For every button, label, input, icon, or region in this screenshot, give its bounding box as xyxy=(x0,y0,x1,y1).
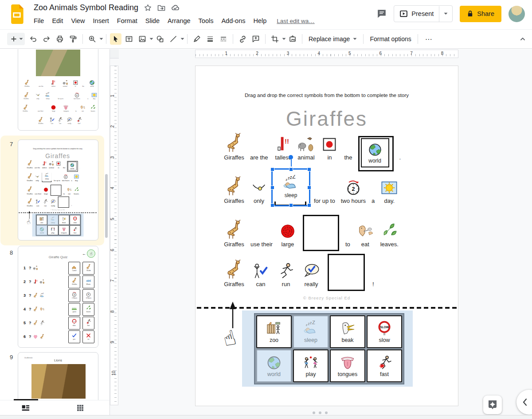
story-word-arethe[interactable]: are the xyxy=(35,166,40,168)
story-word-giraffes[interactable]: Giraffes xyxy=(27,174,33,182)
bank-card-play[interactable]: play xyxy=(293,349,329,382)
story-word-giraffes[interactable]: Giraffes xyxy=(27,198,33,206)
quiz-answer-no[interactable]: no xyxy=(82,330,94,343)
menu-addons[interactable]: Add-ons xyxy=(217,16,249,26)
last-edit-link[interactable]: Last edit wa… xyxy=(277,18,315,24)
story-word-[interactable]: . xyxy=(399,153,401,161)
slide-title-text[interactable]: Giraffes xyxy=(196,107,458,131)
drop-target-box[interactable] xyxy=(51,185,62,196)
menu-file[interactable]: File xyxy=(30,16,48,26)
rotation-handle[interactable] xyxy=(289,155,293,159)
current-slide[interactable]: Drag and drop the correct symbols from t… xyxy=(195,66,458,406)
menu-format[interactable]: Format xyxy=(113,16,141,26)
story-word-in[interactable]: in xyxy=(321,134,338,161)
symbol-card-world[interactable]: world xyxy=(361,138,389,167)
menu-slide[interactable]: Slide xyxy=(141,16,164,26)
bank-card-fast[interactable]: fast xyxy=(367,349,402,382)
story-word-in[interactable]: in xyxy=(56,160,61,168)
menu-view[interactable]: View xyxy=(67,16,89,26)
answer-box-empty[interactable] xyxy=(58,196,69,208)
symbol-card-world[interactable]: world xyxy=(68,162,76,171)
insert-image-icon[interactable] xyxy=(137,33,148,45)
horizontal-scroll-dots[interactable] xyxy=(313,411,328,414)
bank-card-tongues[interactable]: tongues xyxy=(330,349,365,382)
bank-card-slow[interactable]: SLOWslow xyxy=(367,315,402,348)
menu-insert[interactable]: Insert xyxy=(89,16,113,26)
story-word-usetheir[interactable]: use their xyxy=(35,192,41,194)
answer-box-filled-world[interactable]: world xyxy=(358,135,394,172)
symbol-card-sleep[interactable]: zzzZsleep xyxy=(42,172,52,181)
quiz-answer-whale[interactable]: Whale xyxy=(82,275,94,288)
more-tools-button[interactable]: ⋯ xyxy=(421,35,438,43)
bank-card-fast[interactable]: fast xyxy=(70,225,80,235)
quiz-answer-giraffe[interactable]: Giraffe xyxy=(82,262,94,275)
story-word-forupto[interactable]: for up to xyxy=(314,197,335,204)
image-caret-icon[interactable] xyxy=(149,38,153,40)
zoom-caret-icon[interactable] xyxy=(99,38,103,40)
text-box-icon[interactable] xyxy=(123,33,135,45)
resize-handle[interactable] xyxy=(270,186,274,190)
bank-card-zoo[interactable]: zoo xyxy=(36,215,47,225)
filmstrip-view-icon[interactable] xyxy=(21,404,30,412)
story-word-usetheir[interactable]: use their xyxy=(250,240,273,248)
story-word-run[interactable]: run xyxy=(43,198,48,206)
story-word-giraffes[interactable]: Giraffes xyxy=(224,177,244,204)
quiz-answer-leaves[interactable]: leaves xyxy=(82,303,94,316)
menu-arrange[interactable]: Arrange xyxy=(164,16,195,26)
grid-view-icon[interactable] xyxy=(76,404,84,412)
previous-slide-button[interactable] xyxy=(516,390,532,415)
collapse-toolbar-icon[interactable] xyxy=(520,36,526,42)
bank-card-beak[interactable]: beak xyxy=(330,315,365,348)
story-word-[interactable]: ! xyxy=(71,204,72,206)
resize-handle[interactable] xyxy=(289,167,293,171)
slide-instruction-text[interactable]: Drag and drop the correct symbols from t… xyxy=(196,93,458,98)
line-caret-icon[interactable] xyxy=(180,38,184,40)
select-cursor-icon[interactable] xyxy=(110,33,121,45)
story-word-large[interactable]: large xyxy=(43,186,49,194)
bank-card-tongues[interactable]: tongues xyxy=(59,225,69,235)
story-word-[interactable]: . xyxy=(79,166,80,168)
resize-handle[interactable] xyxy=(307,186,311,190)
quiz-answer-camel[interactable]: Camel xyxy=(68,262,80,275)
border-color-icon[interactable] xyxy=(191,33,203,45)
slide-thumbnail-6[interactable]: Giraffesare the!!tallestanimalintheworld… xyxy=(18,49,98,131)
story-word-twohours[interactable]: 2two hours xyxy=(341,177,366,204)
reset-image-icon[interactable] xyxy=(287,33,298,45)
shape-icon[interactable] xyxy=(154,33,166,45)
border-dash-icon[interactable] xyxy=(218,33,229,45)
resize-handle[interactable] xyxy=(307,203,311,207)
bank-card-slow[interactable]: SLOWslow xyxy=(70,215,80,225)
crop-caret-icon[interactable] xyxy=(282,38,286,40)
story-word-leaves[interactable]: leaves. xyxy=(380,221,399,248)
quiz-answer-fast[interactable]: fast xyxy=(82,317,94,330)
story-word-leaves[interactable]: leaves. xyxy=(74,186,79,194)
quiz-answer-grass[interactable]: grass xyxy=(68,303,80,316)
story-word-eat[interactable]: eat xyxy=(356,221,374,248)
slide-thumbnail-7-selected[interactable]: Drag and drop the correct symbols from t… xyxy=(18,140,98,241)
crop-icon[interactable] xyxy=(269,33,281,45)
story-word-can[interactable]: can xyxy=(252,260,270,287)
line-icon[interactable] xyxy=(168,33,179,45)
bank-card-beak[interactable]: beak xyxy=(59,215,69,225)
story-word-day[interactable]: day. xyxy=(380,177,398,204)
story-word-giraffes[interactable]: Giraffes xyxy=(27,186,33,194)
slide-title-text[interactable]: Giraffes xyxy=(18,152,97,159)
menu-help[interactable]: Help xyxy=(249,16,270,26)
insert-link-icon[interactable] xyxy=(237,33,248,45)
story-word-forupto[interactable]: for up to xyxy=(54,179,60,182)
resize-handle[interactable] xyxy=(270,167,274,171)
new-slide-caret-icon[interactable] xyxy=(19,38,23,40)
story-word-large[interactable]: large xyxy=(279,221,297,248)
paint-format-icon[interactable] xyxy=(67,33,79,45)
story-word-the[interactable]: the xyxy=(63,166,65,168)
story-word-run[interactable]: run xyxy=(277,260,295,287)
slide-thumbnail-8[interactable]: Giraffe Quiz ← ☝ 1?CamelGiraffe2?!!Giraf… xyxy=(18,246,98,348)
answer-box-filled-sleep[interactable]: zzzZsleep xyxy=(274,171,308,208)
answer-box-empty[interactable] xyxy=(303,214,339,252)
story-word-day[interactable]: day. xyxy=(74,174,79,182)
redo-icon[interactable] xyxy=(41,33,52,45)
explore-button[interactable] xyxy=(483,396,502,414)
replace-image-button[interactable]: Replace image xyxy=(305,34,360,44)
quiz-answer-yes[interactable]: yes xyxy=(68,330,80,343)
format-options-button[interactable]: Format options xyxy=(366,34,415,44)
